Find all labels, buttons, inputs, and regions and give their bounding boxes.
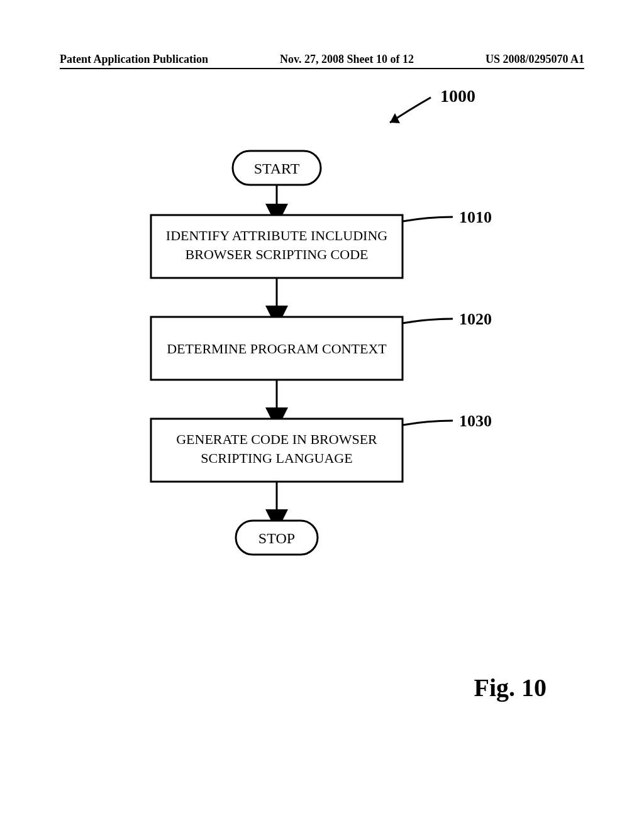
step-3-ref: 1030: [459, 412, 492, 430]
flowchart: 1000 START IDENTIFY ATTRIBUTE INCLUDING …: [0, 75, 644, 644]
header-right: US 2008/0295070 A1: [486, 53, 584, 66]
figure-number-pointer: 1000: [390, 86, 475, 123]
stop-label: STOP: [258, 530, 295, 546]
step-2-ref: 1020: [459, 310, 492, 328]
step-3-line2: SCRIPTING LANGUAGE: [201, 450, 352, 466]
stop-node: STOP: [236, 521, 318, 555]
step-1-leader: [402, 217, 453, 221]
header-left: Patent Application Publication: [60, 53, 208, 66]
step-1: IDENTIFY ATTRIBUTE INCLUDING BROWSER SCR…: [151, 208, 492, 278]
step-3: GENERATE CODE IN BROWSER SCRIPTING LANGU…: [151, 412, 492, 482]
step-2: DETERMINE PROGRAM CONTEXT 1020: [151, 310, 492, 380]
start-node: START: [233, 151, 321, 185]
step-2-line1: DETERMINE PROGRAM CONTEXT: [167, 341, 387, 357]
svg-marker-1: [390, 113, 400, 123]
start-label: START: [254, 160, 300, 177]
step-1-ref: 1010: [459, 208, 492, 226]
step-3-line1: GENERATE CODE IN BROWSER: [176, 431, 377, 447]
header-rule: [60, 68, 584, 69]
header-center: Nov. 27, 2008 Sheet 10 of 12: [280, 53, 414, 66]
figure-number-label: 1000: [440, 86, 475, 106]
step-1-line1: IDENTIFY ATTRIBUTE INCLUDING: [166, 228, 387, 243]
page: Patent Application Publication Nov. 27, …: [0, 0, 644, 830]
page-header: Patent Application Publication Nov. 27, …: [60, 53, 584, 66]
step-3-leader: [402, 421, 453, 425]
step-2-leader: [402, 319, 453, 323]
step-1-line2: BROWSER SCRIPTING CODE: [186, 246, 369, 262]
figure-caption: Fig. 10: [474, 673, 547, 702]
